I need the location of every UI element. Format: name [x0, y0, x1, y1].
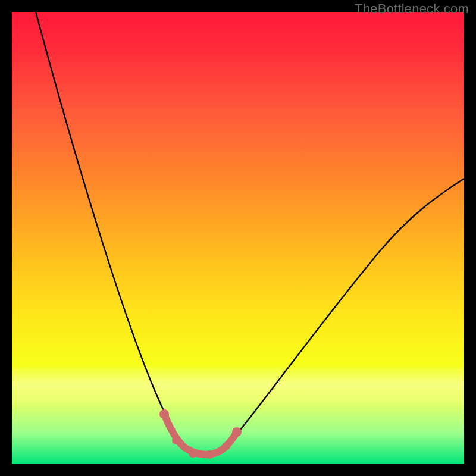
- plot-area: [12, 12, 464, 464]
- highlight-dot-right: [232, 427, 242, 437]
- highlight-dot: [189, 449, 197, 458]
- watermark-text: TheBottleneck.com: [355, 1, 469, 17]
- highlight-dot: [222, 442, 230, 450]
- highlight-dot-left: [159, 409, 169, 419]
- bright-band: [12, 365, 464, 405]
- chart-frame: TheBottleneck.com: [0, 0, 476, 476]
- highlight-dot: [205, 450, 214, 459]
- highlight-segment: [164, 414, 237, 455]
- highlight-dot: [172, 436, 180, 444]
- bottleneck-curve: [36, 12, 464, 452]
- curve-layer: [12, 12, 464, 464]
